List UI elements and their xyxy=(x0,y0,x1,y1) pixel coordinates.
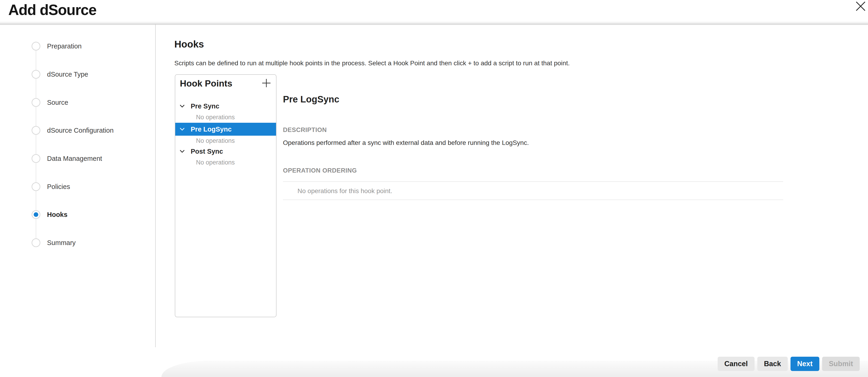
step-circle xyxy=(32,70,40,79)
hook-point-post-sync[interactable]: Post Sync xyxy=(175,146,276,157)
operations-empty-message: No operations for this hook point. xyxy=(298,187,392,195)
dialog-title: Add dSource xyxy=(8,1,96,19)
add-hook-operation-button[interactable] xyxy=(262,79,271,88)
step-label: Summary xyxy=(47,237,75,248)
cancel-button[interactable]: Cancel xyxy=(718,357,754,371)
wizard-step-source[interactable]: Source xyxy=(8,97,151,108)
step-label: Data Management xyxy=(47,153,102,164)
step-label: Source xyxy=(47,97,68,108)
header-shadow xyxy=(0,21,868,24)
hook-point-description: Operations performed after a sync with e… xyxy=(283,139,529,146)
selected-hook-point-title: Pre LogSync xyxy=(283,94,339,105)
back-button[interactable]: Back xyxy=(757,357,788,371)
step-label: Hooks xyxy=(47,209,68,220)
hook-points-panel: Hook Points Pre Sync No operations xyxy=(175,74,277,317)
hook-points-title: Hook Points xyxy=(180,79,232,89)
wizard-step-dsource-configuration[interactable]: dSource Configuration xyxy=(8,125,151,136)
wizard-step-summary[interactable]: Summary xyxy=(8,237,151,248)
hook-point-label: Pre LogSync xyxy=(191,125,231,133)
wizard-step-hooks[interactable]: Hooks xyxy=(8,209,151,220)
wizard-step-preparation[interactable]: Preparation xyxy=(8,40,151,52)
hook-point-operations-empty: No operations xyxy=(175,112,276,123)
wizard-step-dsource-type[interactable]: dSource Type xyxy=(8,69,151,80)
hook-point-label: Post Sync xyxy=(191,148,223,155)
description-section-heading: DESCRIPTION xyxy=(283,126,327,134)
hook-point-label: Pre Sync xyxy=(191,103,219,110)
chevron-down-icon[interactable] xyxy=(179,104,185,109)
operation-ordering-section-heading: OPERATION ORDERING xyxy=(283,167,357,174)
step-circle xyxy=(32,238,40,247)
step-circle xyxy=(32,42,40,51)
wizard-step-policies[interactable]: Policies xyxy=(8,181,151,192)
header-divider-fade xyxy=(0,25,868,26)
close-icon xyxy=(856,1,866,11)
add-dsource-dialog: Add dSource Preparation dSource Type Sou… xyxy=(0,0,868,377)
wizard-step-data-management[interactable]: Data Management xyxy=(8,153,151,164)
chevron-down-icon[interactable] xyxy=(179,127,185,132)
close-button[interactable] xyxy=(853,0,868,14)
step-circle xyxy=(32,126,40,135)
step-label: dSource Type xyxy=(47,69,88,80)
sidebar-divider xyxy=(155,25,156,347)
step-label: dSource Configuration xyxy=(47,125,114,136)
submit-button[interactable]: Submit xyxy=(822,357,860,371)
blue-dot xyxy=(34,212,38,217)
plus-icon xyxy=(262,79,271,88)
hook-points-tree: Pre Sync No operations Pre LogSync No op… xyxy=(175,100,276,168)
page-instructions: Scripts can be defined to run at multipl… xyxy=(174,60,569,67)
next-button[interactable]: Next xyxy=(790,357,819,371)
page-title: Hooks xyxy=(174,39,204,50)
hook-point-pre-sync[interactable]: Pre Sync xyxy=(175,100,276,112)
step-label: Policies xyxy=(47,181,70,192)
hook-point-operations-empty: No operations xyxy=(175,157,276,168)
step-circle xyxy=(32,98,40,107)
hook-point-pre-logsync[interactable]: Pre LogSync xyxy=(175,123,276,136)
footer-button-bar: Cancel Back Next Submit xyxy=(718,357,860,371)
chevron-down-icon[interactable] xyxy=(179,149,185,154)
operation-list-divider-top xyxy=(283,181,783,182)
step-circle xyxy=(32,182,40,191)
hook-point-operations-empty: No operations xyxy=(175,136,276,146)
operation-list-divider-bottom xyxy=(283,200,783,200)
step-circle xyxy=(32,154,40,163)
step-label: Preparation xyxy=(47,40,82,52)
